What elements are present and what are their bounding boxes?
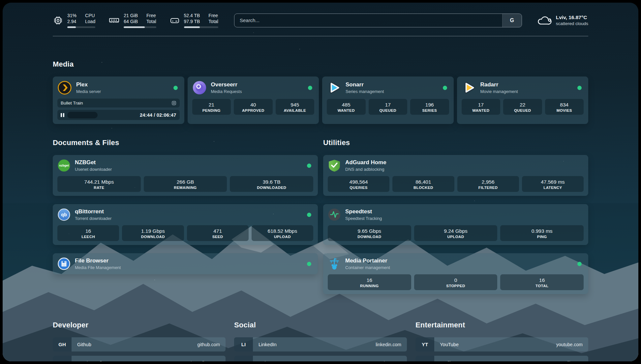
stat-seed: 471SEED (187, 225, 249, 241)
link-name: LinkedIn (253, 337, 277, 351)
link-url: twitter.com (379, 356, 407, 361)
section-title-developer: Developer (53, 321, 226, 329)
stat-filtered: 2,956FILTERED (457, 176, 519, 192)
app-name: File Browser (75, 258, 121, 264)
snow-specks (3, 3, 3, 3)
app-description: Speedtest Tracking (345, 216, 382, 221)
app-description: Container management (345, 265, 390, 270)
section-entertainment: Entertainment YT YouTube youtube.com NF … (415, 321, 588, 361)
section-media: Media (53, 60, 588, 124)
card-filebrowser[interactable]: File Browser Media File Management (53, 253, 318, 274)
qbittorrent-icon: qb (57, 208, 71, 221)
seek-bar[interactable] (67, 112, 98, 118)
status-dot (307, 262, 311, 266)
app-description: Media Requests (211, 89, 242, 94)
stat-downloaded: 39.6 TBDOWNLOADED (230, 176, 313, 192)
link-linkedin[interactable]: LI LinkedIn linkedin.com (234, 337, 407, 351)
stat-ping: 0.993 msPING (500, 225, 584, 241)
link-badge: GH (53, 337, 72, 351)
status-dot (577, 86, 582, 90)
weather-widget[interactable]: Lviv, 16.87°C scattered clouds (536, 15, 588, 26)
section-developer: Developer GH Github github.com SO StackO… (53, 321, 226, 361)
cpu-label-top: CPU (85, 13, 95, 18)
section-social: Social LI LinkedIn linkedin.com TW Twitt… (234, 321, 407, 361)
stat-blocked: 86,401BLOCKED (392, 176, 454, 192)
stat-latency: 47.569 msLATENCY (522, 176, 584, 192)
stat-series: 196SERIES (410, 99, 449, 115)
plex-icon (57, 80, 72, 95)
disk-stat: 52.4 TB Free 97.9 TB Total (169, 13, 218, 28)
section-title-utilities: Utilities (323, 138, 588, 147)
link-twitter[interactable]: TW Twitter twitter.com (234, 356, 407, 361)
search-bar: G (234, 14, 522, 27)
stat-remaining: 266 GBREMAINING (144, 176, 227, 192)
cpu-stat: 31% CPU 2.94 Load (53, 13, 95, 28)
search-input[interactable] (234, 14, 502, 27)
stat-wanted: 485WANTED (327, 99, 366, 115)
stat-approved: 40APPROVED (234, 99, 273, 115)
memory-total: 64 GiB (124, 18, 138, 24)
nzbget-icon: nzbget (57, 159, 71, 172)
stat-rate: 744.21 MbpsRATE (57, 176, 141, 192)
link-badge: NF (415, 356, 434, 361)
app-description: DNS and adblocking (345, 167, 386, 172)
section-utilities: Utilities (323, 138, 588, 302)
card-sonarr[interactable]: Sonarr Series management 485WANTED 17QUE… (322, 76, 454, 124)
link-netflix[interactable]: NF Netflix netflix.com (415, 356, 588, 361)
cpu-load: 2.94 (67, 18, 76, 24)
cpu-label-bottom: Load (85, 18, 95, 24)
memory-stat: 21 GiB Free 64 GiB Total (108, 13, 156, 28)
plex-player-bar: 24:44 / 02:06:47 (57, 110, 180, 120)
stat-queued: 17QUEUED (369, 99, 408, 115)
link-url: github.com (198, 337, 226, 351)
pause-button[interactable] (61, 113, 64, 117)
card-speedtest[interactable]: Speedtest Speedtest Tracking 9.65 GbpsDO… (323, 204, 588, 245)
link-badge: SO (53, 356, 72, 361)
stat-stopped: 0STOPPED (414, 274, 498, 290)
sonarr-icon (327, 80, 341, 95)
link-name: Twitter (253, 356, 273, 361)
section-title-media: Media (53, 60, 588, 69)
card-nzbget[interactable]: nzbget NZBGet Usenet downloader (53, 155, 318, 196)
link-stackoverflow[interactable]: SO StackOverflow stackoverflow.com (53, 356, 226, 361)
weather-condition: scattered clouds (556, 21, 588, 26)
card-portainer[interactable]: Media Portainer Container management 16R… (323, 253, 588, 294)
app-name: Speedtest (345, 208, 382, 215)
card-qbittorrent[interactable]: qb qBittorrent Torrent downloader (53, 204, 318, 245)
dashboard: 31% CPU 2.94 Load (3, 3, 638, 361)
speedtest-icon (328, 208, 341, 221)
app-name: qBittorrent (75, 208, 111, 215)
plex-now-playing: Bullet Train (57, 99, 180, 107)
disk-label-bottom: Total (208, 18, 218, 24)
card-plex[interactable]: Plex Media server Bullet Train (53, 76, 184, 124)
link-name: StackOverflow (72, 356, 108, 361)
link-youtube[interactable]: YT YouTube youtube.com (415, 337, 588, 351)
session-icon[interactable] (171, 101, 176, 106)
status-dot (307, 164, 311, 168)
stat-upload: 618.52 MbpsUPLOAD (252, 225, 313, 241)
section-title-social: Social (234, 321, 407, 329)
search-engine-button[interactable]: G (502, 14, 522, 27)
status-dot (443, 86, 447, 90)
system-stats: 31% CPU 2.94 Load (53, 13, 218, 28)
cpu-icon (53, 15, 63, 26)
stat-wanted: 17WANTED (462, 99, 501, 115)
stat-download: 1.19 GbpsDOWNLOAD (122, 225, 184, 241)
app-name: Plex (76, 81, 101, 88)
card-adguard[interactable]: AdGuard Home DNS and adblocking 498,564Q… (323, 155, 588, 196)
stat-queries: 498,564QUERIES (328, 176, 389, 192)
memory-progress-bar (124, 26, 156, 28)
memory-free: 21 GiB (124, 13, 138, 18)
status-dot (307, 213, 311, 217)
link-github[interactable]: GH Github github.com (53, 337, 226, 351)
card-radarr[interactable]: Radarr Movie management 17WANTED 22QUEUE… (457, 76, 589, 124)
portainer-icon (328, 257, 341, 270)
ram-icon (108, 15, 120, 26)
card-overseerr[interactable]: Overseerr Media Requests 21PENDING 40APP… (188, 76, 319, 124)
svg-text:qb: qb (61, 212, 67, 217)
app-description: Movie management (480, 89, 518, 94)
app-name: Overseerr (211, 81, 242, 88)
disk-progress-bar (184, 26, 218, 28)
section-documents: Documents & Files nzbget (53, 138, 318, 302)
stat-download: 9.65 GbpsDOWNLOAD (328, 225, 411, 241)
